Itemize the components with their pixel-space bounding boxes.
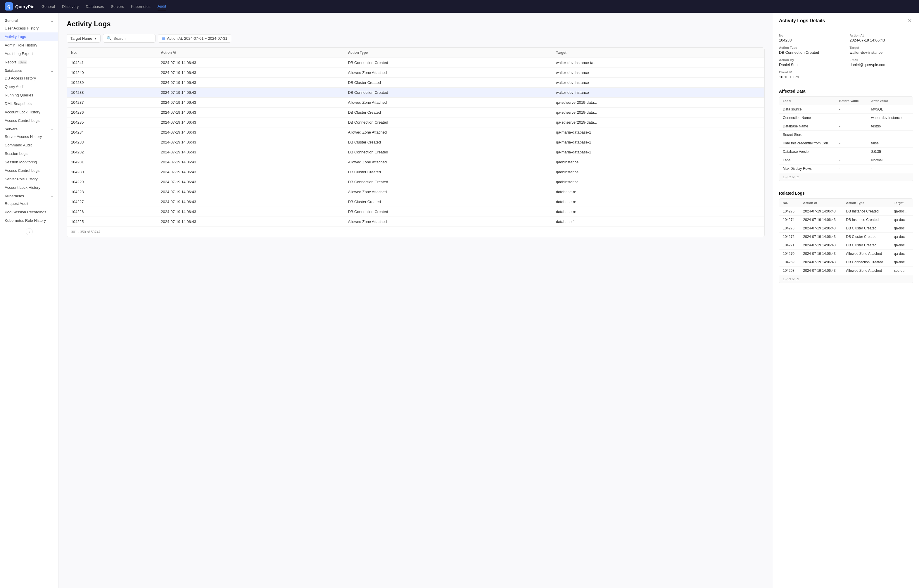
table-row[interactable]: 104230 2024-07-19 14:06:43 DB Cluster Cr… xyxy=(67,167,764,177)
related-row[interactable]: 104272 2024-07-19 14:06:43 DB Cluster Cr… xyxy=(779,233,913,241)
table-row[interactable]: 104233 2024-07-19 14:06:43 DB Cluster Cr… xyxy=(67,137,764,147)
cell-action-type: DB Connection Created xyxy=(344,147,552,157)
app-logo[interactable]: Q QueryPie xyxy=(5,2,34,11)
no-value: 104238 xyxy=(779,38,843,42)
sidebar-item-activity-logs[interactable]: Activity Logs xyxy=(0,32,58,41)
table-row[interactable]: 104225 2024-07-19 14:06:43 Allowed Zone … xyxy=(67,217,764,227)
sidebar-item-dml-snapshots[interactable]: DML Snapshots xyxy=(0,99,58,108)
sidebar-item-server-account-lock[interactable]: Account Lock History xyxy=(0,183,58,192)
affected-data-table: Label Before Value After Value Data sour… xyxy=(779,97,913,181)
related-row[interactable]: 104273 2024-07-19 14:06:43 DB Cluster Cr… xyxy=(779,224,913,233)
table-row[interactable]: 104241 2024-07-19 14:06:43 DB Connection… xyxy=(67,58,764,68)
cell-no: 104225 xyxy=(67,217,157,227)
target-label: Target xyxy=(850,46,913,49)
related-row[interactable]: 104274 2024-07-19 14:06:43 DB Instance C… xyxy=(779,216,913,224)
sidebar-item-running-queries[interactable]: Running Queries xyxy=(0,91,58,99)
aff-cell-after: 8.0.35 xyxy=(867,148,913,156)
rel-cell-target: qa-doc xyxy=(890,250,913,258)
sidebar-item-k8s-role-history[interactable]: Kubernetes Role History xyxy=(0,216,58,225)
table-row[interactable]: 104236 2024-07-19 14:06:43 DB Cluster Cr… xyxy=(67,108,764,118)
cell-action-type: DB Cluster Created xyxy=(344,197,552,207)
kubernetes-section-header: Kubernetes ▲ xyxy=(0,192,58,199)
related-row[interactable]: 104269 2024-07-19 14:06:43 DB Connection… xyxy=(779,258,913,267)
nav-servers[interactable]: Servers xyxy=(111,3,124,10)
sidebar-item-server-role-history[interactable]: Server Role History xyxy=(0,175,58,183)
table-row[interactable]: 104239 2024-07-19 14:06:43 DB Cluster Cr… xyxy=(67,78,764,88)
sidebar-item-session-logs[interactable]: Session Logs xyxy=(0,149,58,158)
related-row[interactable]: 104270 2024-07-19 14:06:43 Allowed Zone … xyxy=(779,250,913,258)
close-detail-button[interactable]: ✕ xyxy=(906,18,913,24)
related-footer: 1 - 99 of 99 xyxy=(779,275,913,283)
sidebar-item-session-monitoring[interactable]: Session Monitoring xyxy=(0,158,58,166)
sidebar-item-db-account-lock[interactable]: Account Lock History xyxy=(0,108,58,116)
rel-cell-target: sec-qu xyxy=(890,267,913,275)
table-row[interactable]: 104226 2024-07-19 14:06:43 DB Connection… xyxy=(67,207,764,217)
sidebar-item-query-audit[interactable]: Query Audit xyxy=(0,82,58,91)
nav-general[interactable]: General xyxy=(42,3,55,10)
cell-no: 104240 xyxy=(67,68,157,78)
action-type-value: DB Connection Created xyxy=(779,50,843,55)
cell-target: walter-dev-instance xyxy=(552,78,764,88)
servers-section-header: Servers ▲ xyxy=(0,125,58,132)
sidebar-item-db-access-control[interactable]: Access Control Logs xyxy=(0,116,58,125)
cell-action-at: 2024-07-19 14:06:43 xyxy=(157,108,344,118)
rel-cell-no: 104270 xyxy=(779,250,800,258)
aff-cell-before: - xyxy=(836,148,867,156)
sidebar-item-request-audit[interactable]: Request Audit xyxy=(0,199,58,208)
table-row[interactable]: 104231 2024-07-19 14:06:43 Allowed Zone … xyxy=(67,157,764,167)
date-filter-button[interactable]: ▦ Action At: 2024-07-01 ~ 2024-07-31 xyxy=(158,34,231,43)
cell-action-at: 2024-07-19 14:06:43 xyxy=(157,217,344,227)
sidebar-item-db-access-history[interactable]: DB Access History xyxy=(0,74,58,82)
rel-cell-action-at: 2024-07-19 14:06:43 xyxy=(800,207,843,216)
nav-databases[interactable]: Databases xyxy=(86,3,104,10)
sidebar-item-pod-session[interactable]: Pod Session Recordings xyxy=(0,208,58,216)
cell-no: 104229 xyxy=(67,177,157,187)
logo-icon: Q xyxy=(5,2,13,11)
rel-cell-action-at: 2024-07-19 14:06:43 xyxy=(800,241,843,250)
sidebar-item-command-audit[interactable]: Command Audit xyxy=(0,141,58,149)
servers-chevron: ▲ xyxy=(50,128,53,131)
rel-cell-action-type: DB Cluster Created xyxy=(843,224,891,233)
email-value: daniel@querypie.com xyxy=(850,63,913,67)
detail-basic-info: No 104238 Action At 2024-07-19 14:06:43 … xyxy=(773,29,919,84)
affected-row: Data source - MySQL xyxy=(779,105,913,114)
search-input[interactable] xyxy=(113,36,152,40)
client-ip-value: 10.10.1.179 xyxy=(779,75,843,79)
rel-cell-action-at: 2024-07-19 14:06:43 xyxy=(800,216,843,224)
rel-cell-action-at: 2024-07-19 14:06:43 xyxy=(800,267,843,275)
nav-kubernetes[interactable]: Kubernetes xyxy=(131,3,150,10)
target-name-filter[interactable]: Target Name ▼ xyxy=(67,34,100,43)
sidebar-item-user-access-history[interactable]: User Access History xyxy=(0,24,58,32)
affected-data-section: Affected Data Label Before Value After V… xyxy=(773,84,919,186)
table-row[interactable]: 104238 2024-07-19 14:06:43 DB Connection… xyxy=(67,88,764,98)
nav-audit[interactable]: Audit xyxy=(158,3,166,10)
cell-target: qa-maria-database-1 xyxy=(552,128,764,137)
cell-action-type: DB Connection Created xyxy=(344,118,552,128)
table-row[interactable]: 104234 2024-07-19 14:06:43 Allowed Zone … xyxy=(67,128,764,137)
col-target: Target xyxy=(552,48,764,58)
sidebar-item-admin-role-history[interactable]: Admin Role History xyxy=(0,41,58,49)
rel-cell-action-at: 2024-07-19 14:06:43 xyxy=(800,258,843,267)
table-row[interactable]: 104240 2024-07-19 14:06:43 Allowed Zone … xyxy=(67,68,764,78)
cell-action-at: 2024-07-19 14:06:43 xyxy=(157,157,344,167)
cell-no: 104234 xyxy=(67,128,157,137)
sidebar-item-server-access-control[interactable]: Access Control Logs xyxy=(0,166,58,175)
affected-data-title: Affected Data xyxy=(779,89,913,94)
related-row[interactable]: 104275 2024-07-19 14:06:43 DB Instance C… xyxy=(779,207,913,216)
nav-discovery[interactable]: Discovery xyxy=(62,3,79,10)
sidebar-item-audit-log-export[interactable]: Audit Log Export xyxy=(0,49,58,58)
related-row[interactable]: 104268 2024-07-19 14:06:43 Allowed Zone … xyxy=(779,267,913,275)
dropdown-icon: ▼ xyxy=(94,37,97,40)
table-row[interactable]: 104235 2024-07-19 14:06:43 DB Connection… xyxy=(67,118,764,128)
table-row[interactable]: 104227 2024-07-19 14:06:43 DB Cluster Cr… xyxy=(67,197,764,207)
table-row[interactable]: 104237 2024-07-19 14:06:43 Allowed Zone … xyxy=(67,98,764,108)
sidebar-item-report[interactable]: Report Beta xyxy=(0,58,58,66)
sidebar-collapse-button[interactable]: ‹ xyxy=(26,228,33,235)
cell-no: 104241 xyxy=(67,58,157,68)
sidebar-item-server-access-history[interactable]: Server Access History xyxy=(0,132,58,141)
related-row[interactable]: 104271 2024-07-19 14:06:43 DB Cluster Cr… xyxy=(779,241,913,250)
table-row[interactable]: 104232 2024-07-19 14:06:43 DB Connection… xyxy=(67,147,764,157)
table-row[interactable]: 104228 2024-07-19 14:06:43 Allowed Zone … xyxy=(67,187,764,197)
table-row[interactable]: 104229 2024-07-19 14:06:43 DB Connection… xyxy=(67,177,764,187)
app-name: QueryPie xyxy=(15,4,34,9)
